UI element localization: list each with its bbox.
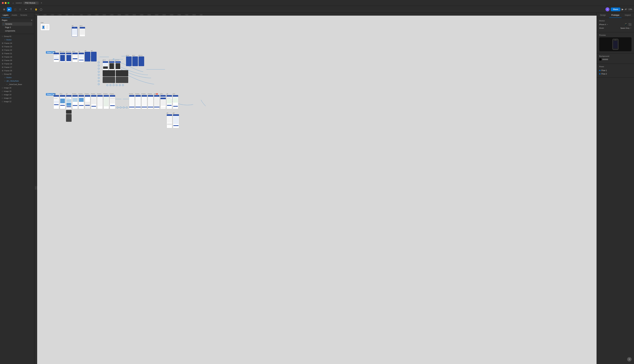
- layer-group61[interactable]: ○ Group 61: [0, 34, 34, 38]
- flow2-item[interactable]: Flow 2: [599, 72, 632, 76]
- hand-tool[interactable]: ✋: [34, 7, 38, 12]
- add-tab-button[interactable]: +: [41, 2, 42, 4]
- flow1-item[interactable]: Flow 1: [599, 69, 632, 72]
- frame-mid1[interactable]: Frame...: [72, 93, 78, 122]
- frame-r3[interactable]: Frame...: [142, 93, 147, 122]
- layer-frame19[interactable]: ⊞ Frame 19: [0, 55, 34, 59]
- text-tool[interactable]: T: [29, 7, 34, 12]
- pen-tool[interactable]: ✒: [24, 7, 28, 12]
- frame-p2-2[interactable]: p2-2: [132, 54, 138, 66]
- phone-icon[interactable]: 📱: [624, 23, 628, 26]
- layer-frame22[interactable]: ⊞ Frame 22: [0, 48, 34, 52]
- page-components[interactable]: components: [2, 29, 32, 32]
- maximize-button[interactable]: [8, 2, 9, 4]
- ruler-mark: 4500: [140, 14, 147, 16]
- layer-group60[interactable]: ○ Group 60: [0, 72, 34, 76]
- add-page-button[interactable]: +: [31, 19, 32, 21]
- background-color-picker[interactable]: 000000: [599, 58, 608, 60]
- frame-mid7[interactable]: Frame...: [110, 93, 115, 122]
- layers-tool[interactable]: ⊞: [2, 7, 6, 12]
- page-screens[interactable]: ✓ Screens: [2, 22, 32, 26]
- frame-p8-ext1[interactable]: p8: [166, 112, 172, 128]
- frame-mid3[interactable]: Frame...: [85, 93, 90, 122]
- zoom-control[interactable]: 13%: [628, 8, 632, 10]
- flow2-text: Flow 2: [47, 94, 52, 95]
- frame-p4[interactable]: p4: [91, 50, 96, 62]
- frame-pl6[interactable]: PL6: [60, 93, 65, 122]
- frame-p0[interactable]: p0: [54, 51, 59, 62]
- share-button[interactable]: Share: [611, 8, 620, 11]
- frame-p2-3-2[interactable]: p2-3-2: [109, 59, 114, 71]
- frame-p2-3-1[interactable]: p2-3-1: [138, 54, 144, 66]
- dark-frame[interactable]: [103, 77, 115, 83]
- frame-mid4[interactable]: Frame...: [91, 93, 96, 122]
- frame-p8[interactable]: p8 ⊡: [154, 93, 160, 122]
- tab-assets[interactable]: Assets: [10, 13, 19, 18]
- p3-2-frame[interactable]: [80, 27, 85, 36]
- page-page3[interactable]: Page 3: [2, 26, 32, 29]
- layer-stickynote[interactable]: ○ @1_StickyNote: [0, 79, 34, 83]
- frame-p2-3[interactable]: p2-3: [103, 59, 108, 71]
- frame-p0-1-v2a[interactable]: p0-1-v2: [60, 51, 65, 62]
- frame-r4[interactable]: Frame...: [148, 93, 153, 122]
- frame-r2[interactable]: Frame...: [135, 93, 141, 122]
- tablet-icon[interactable]: ⬛: [628, 23, 632, 26]
- frame-p2-sp[interactable]: p2-w: [126, 54, 132, 66]
- tab-design[interactable]: Design: [597, 13, 609, 18]
- frame-p0-3[interactable]: p0-3: [72, 51, 78, 62]
- move-tool[interactable]: ▶: [7, 7, 12, 12]
- dark-frame[interactable]: [103, 70, 115, 76]
- model-value[interactable]: Space Grey ▼: [620, 27, 632, 29]
- dark-frame[interactable]: [116, 77, 128, 83]
- flow2-item-label: Flow 2: [602, 73, 607, 75]
- frame-mid5[interactable]: Frame...: [97, 93, 103, 122]
- frame-r1[interactable]: Frame...: [129, 93, 135, 122]
- frame-p7[interactable]: p7: [66, 93, 72, 122]
- close-button[interactable]: [2, 2, 4, 4]
- layer-frame17[interactable]: ⊞ Frame 17: [0, 66, 34, 69]
- layer-image16[interactable]: □ image 16: [0, 86, 34, 90]
- frame-mid2[interactable]: Frame...: [78, 93, 84, 122]
- layer-image15[interactable]: □ image 15: [0, 90, 34, 93]
- layer-frame21[interactable]: ⊞ Frame 21: [0, 52, 34, 55]
- tab-layers[interactable]: Layers: [1, 13, 10, 18]
- background-color-value: 000000: [602, 58, 608, 60]
- user-card-content: 👤: [40, 24, 50, 30]
- shape-tool[interactable]: □: [18, 7, 22, 12]
- layer-frame20[interactable]: ⊞ Frame 20: [0, 59, 34, 62]
- active-tab[interactable]: PND Module ×: [23, 2, 39, 4]
- layer-button2[interactable]: ○ Button: [0, 76, 34, 79]
- layer-image13[interactable]: □ image 13: [0, 96, 34, 100]
- p3-frame1[interactable]: ⊡: [72, 27, 78, 36]
- tab-screens[interactable]: Screens: [19, 13, 29, 18]
- group-icon: ○: [2, 73, 3, 75]
- layer-frame24[interactable]: ⊞ Frame 24: [0, 42, 34, 45]
- layer-frame18[interactable]: ⊞ Frame 18: [0, 62, 34, 66]
- frame-p0-1-v2b[interactable]: p0-1-v2: [66, 51, 72, 62]
- layer-image12[interactable]: □ image 12: [0, 100, 34, 103]
- tab-close-icon[interactable]: ×: [36, 2, 37, 4]
- frame-p2-3-3[interactable]: p2-3-3: [115, 59, 121, 71]
- layer-frame23[interactable]: ⊞ Frame 23: [0, 45, 34, 48]
- help-button[interactable]: ?: [627, 357, 632, 362]
- dark-frame[interactable]: [116, 70, 128, 76]
- frame-p1[interactable]: p1: [78, 51, 84, 62]
- frame-p6[interactable]: p6: [85, 50, 90, 62]
- minimize-button[interactable]: [5, 2, 6, 4]
- frame-mid6[interactable]: Frame...: [104, 93, 109, 122]
- layer-frame25[interactable]: ⊞ Frame 25: [0, 69, 34, 72]
- comment-tool[interactable]: ◯: [39, 7, 43, 12]
- home-icon[interactable]: ⌂: [12, 2, 14, 4]
- frame-tool[interactable]: ⬚: [13, 7, 18, 12]
- layer-image14[interactable]: □ image 14: [0, 93, 34, 96]
- play-button[interactable]: ▶: [622, 8, 624, 11]
- canvas[interactable]: User 👤 Flow 1 ▶: [37, 16, 596, 364]
- frame-pl5[interactable]: PL5: [54, 93, 59, 122]
- layer-notecard[interactable]: ○ _NoteCard_Base: [0, 83, 34, 86]
- frame-p8-ext2[interactable]: p8: [173, 112, 179, 128]
- tab-prototype[interactable]: Prototype: [609, 13, 622, 18]
- layer-button1[interactable]: ○ Button: [0, 38, 34, 42]
- device-name[interactable]: iPhone X ▼: [599, 24, 608, 26]
- font-button[interactable]: Aᴬ: [625, 8, 627, 10]
- tab-inspect[interactable]: Inspect: [622, 13, 634, 18]
